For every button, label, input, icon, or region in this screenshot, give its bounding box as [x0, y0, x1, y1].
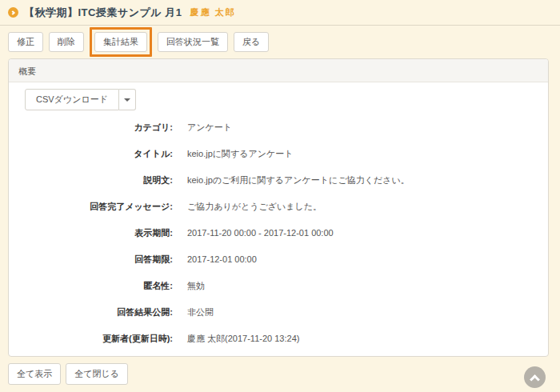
page: 【秋学期】ITC授業サンプル 月1 慶應 太郎 修正 削除 集計結果 回答状況一…	[0, 0, 560, 392]
field-label-anonymity: 匿名性:	[25, 280, 173, 292]
field-row-updated-by: 更新者(更新日時): 慶應 太郎(2017-11-20 13:24)	[25, 333, 532, 345]
field-row-title: タイトル: keio.jpに関するアンケート	[25, 148, 532, 160]
field-value-answer-deadline: 2017-12-01 00:00	[187, 254, 257, 266]
scroll-to-top-button[interactable]	[524, 366, 546, 388]
fields-list: カテゴリ: アンケート タイトル: keio.jpに関するアンケート 説明文: …	[25, 122, 532, 345]
owner-name: 慶應 太郎	[190, 6, 236, 18]
caret-down-icon	[124, 98, 130, 102]
field-value-updated-by: 慶應 太郎(2017-11-20 13:24)	[187, 333, 299, 345]
edit-button[interactable]: 修正	[8, 32, 43, 52]
breadcrumb-arrow-icon	[8, 7, 18, 18]
field-label-result-publication: 回答結果公開:	[25, 306, 173, 318]
response-status-list-button[interactable]: 回答状況一覧	[158, 32, 228, 52]
page-header: 【秋学期】ITC授業サンプル 月1 慶應 太郎	[0, 0, 560, 26]
panel-title: 概要	[9, 59, 548, 82]
page-title: 【秋学期】ITC授業サンプル 月1	[24, 6, 182, 20]
field-label-description: 説明文:	[25, 174, 173, 186]
field-row-completion-message: 回答完了メッセージ: ご協力ありがとうございました。	[25, 201, 532, 213]
field-value-anonymity: 無効	[187, 280, 205, 292]
field-label-category: カテゴリ:	[25, 122, 173, 134]
field-label-answer-deadline: 回答期限:	[25, 254, 173, 266]
chevron-up-icon	[530, 374, 540, 385]
field-row-category: カテゴリ: アンケート	[25, 122, 532, 134]
field-value-title: keio.jpに関するアンケート	[187, 148, 294, 160]
csv-download-button[interactable]: CSVダウンロード	[25, 89, 119, 110]
field-value-result-publication: 非公開	[187, 306, 214, 318]
field-value-completion-message: ご協力ありがとうございました。	[187, 201, 322, 213]
delete-button[interactable]: 削除	[49, 32, 84, 52]
field-label-title: タイトル:	[25, 148, 173, 160]
toolbar: 修正 削除 集計結果 回答状況一覧 戻る	[0, 26, 560, 57]
field-label-display-period: 表示期間:	[25, 227, 173, 239]
overview-panel: 概要 CSVダウンロード カテゴリ: アンケート タイトル: keio.jpに関…	[8, 58, 549, 357]
back-button[interactable]: 戻る	[234, 32, 269, 52]
field-row-result-publication: 回答結果公開: 非公開	[25, 306, 532, 318]
field-value-description: keio.jpのご利用に関するアンケートにご協力ください。	[187, 174, 410, 186]
field-row-answer-deadline: 回答期限: 2017-12-01 00:00	[25, 254, 532, 266]
panel-body: CSVダウンロード カテゴリ: アンケート タイトル: keio.jpに関するア…	[9, 82, 548, 356]
csv-split-button: CSVダウンロード	[25, 89, 136, 110]
field-row-display-period: 表示期間: 2017-11-20 00:00 - 2017-12-01 00:0…	[25, 227, 532, 239]
field-value-category: アンケート	[187, 122, 232, 134]
field-label-completion-message: 回答完了メッセージ:	[25, 201, 173, 213]
collapse-all-button[interactable]: 全て閉じる	[66, 363, 128, 385]
tally-results-button[interactable]: 集計結果	[94, 32, 147, 52]
tally-results-highlight-box: 集計結果	[90, 27, 152, 57]
expand-all-button[interactable]: 全て表示	[8, 363, 61, 385]
field-row-description: 説明文: keio.jpのご利用に関するアンケートにご協力ください。	[25, 174, 532, 186]
field-label-updated-by: 更新者(更新日時):	[25, 333, 173, 345]
field-value-display-period: 2017-11-20 00:00 - 2017-12-01 00:00	[187, 227, 334, 239]
field-row-anonymity: 匿名性: 無効	[25, 280, 532, 292]
footer-bar: 全て表示 全て閉じる	[0, 357, 560, 391]
csv-dropdown-toggle[interactable]	[119, 89, 136, 110]
